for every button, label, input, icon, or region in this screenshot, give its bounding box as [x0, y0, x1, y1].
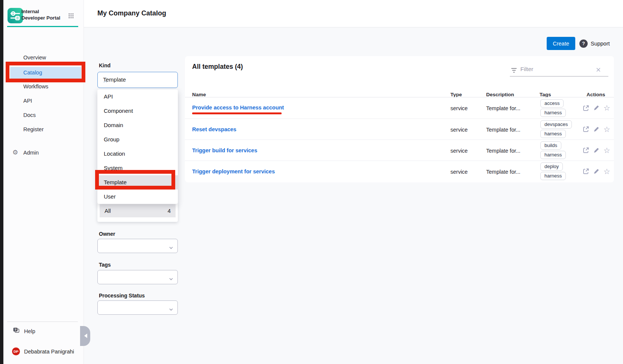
filter-input[interactable]: [520, 65, 587, 73]
row-tags: access harness: [540, 97, 566, 118]
open-in-new-icon[interactable]: [583, 126, 589, 132]
row-type: service: [450, 105, 468, 111]
sidebar-item-api[interactable]: API: [3, 94, 84, 108]
row-type: service: [450, 169, 468, 175]
star-icon[interactable]: ☆: [603, 126, 610, 133]
app-switcher-icon[interactable]: [68, 13, 74, 20]
kind-all-count: 4: [168, 208, 171, 214]
kind-option-system[interactable]: System: [97, 161, 178, 175]
sidebar-item-docs[interactable]: Docs: [3, 108, 84, 122]
sidebar-item-workflows[interactable]: Workflows: [3, 80, 84, 94]
row-actions: ☆: [583, 161, 610, 182]
open-in-new-icon[interactable]: [583, 168, 589, 174]
sidebar-item-overview[interactable]: Overview: [3, 51, 84, 65]
kind-dropdown: API Component Domain Group Location Syst…: [97, 89, 178, 204]
question-circle-icon: ?: [579, 39, 588, 48]
tag-chip: deploy: [540, 162, 563, 171]
support-button[interactable]: ? Support: [579, 39, 610, 48]
sidebar: Internal Developer Portal Search Over: [3, 0, 84, 364]
kind-option-domain[interactable]: Domain: [97, 118, 178, 132]
app-window: Internal Developer Portal Search Over: [0, 0, 623, 364]
filter-funnel-icon: [511, 67, 517, 75]
star-icon[interactable]: ☆: [603, 104, 610, 112]
table-row: Reset devspaces service Template for... …: [185, 118, 614, 140]
portal-logo-icon: [8, 8, 23, 23]
processing-status-label: Processing Status: [99, 293, 145, 299]
sidebar-item-search[interactable]: Search: [3, 35, 84, 45]
tag-chip: harness: [540, 130, 566, 138]
row-actions: ☆: [583, 119, 610, 140]
page-title: My Company Catalog: [97, 9, 166, 17]
page-header: My Company Catalog: [84, 0, 623, 27]
column-tags: Tags: [540, 92, 551, 97]
kind-all-row[interactable]: All 4: [100, 204, 176, 217]
tags-label: Tags: [99, 262, 111, 268]
kind-option-api[interactable]: API: [97, 89, 178, 104]
template-link[interactable]: Reset devspaces: [192, 126, 236, 132]
column-name: Name: [192, 92, 206, 97]
window-edge: [0, 0, 3, 364]
row-description: Template for...: [486, 148, 520, 154]
kind-option-location[interactable]: Location: [97, 147, 178, 161]
template-link[interactable]: Trigger deployment for services: [192, 168, 275, 174]
row-type: service: [450, 127, 468, 133]
templates-heading: All templates (4): [192, 63, 243, 71]
template-link[interactable]: Provide access to Harness account: [192, 105, 284, 111]
clear-filter-icon[interactable]: [596, 67, 601, 74]
tag-chip: access: [540, 99, 564, 108]
create-button[interactable]: Create: [547, 37, 575, 50]
kind-count-card: All 4: [97, 202, 178, 222]
column-type: Type: [450, 92, 462, 97]
star-icon[interactable]: ☆: [603, 168, 610, 175]
chevron-up-icon: [103, 78, 174, 85]
row-tags: devspaces harness: [540, 119, 572, 140]
column-description: Description: [486, 92, 514, 97]
tag-chip: harness: [540, 151, 566, 159]
row-description: Template for...: [486, 105, 520, 111]
sidebar-item-admin[interactable]: ⚙ Admin: [3, 147, 84, 159]
edit-pencil-icon[interactable]: [593, 126, 599, 132]
processing-status-select[interactable]: [97, 300, 178, 315]
kind-option-group[interactable]: Group: [97, 132, 178, 147]
user-name: Debabrata Panigrahi: [24, 349, 74, 355]
edit-pencil-icon[interactable]: [593, 168, 599, 174]
template-link[interactable]: Trigger build for services: [192, 147, 257, 153]
open-in-new-icon[interactable]: [583, 105, 589, 111]
brand-divider: [7, 26, 78, 27]
star-icon[interactable]: ☆: [603, 147, 610, 154]
table-row: Trigger build for services service Templ…: [185, 140, 614, 161]
row-actions: ☆: [583, 140, 610, 161]
tag-chip: harness: [540, 172, 566, 180]
help-chat-icon: ?: [13, 327, 20, 336]
edit-pencil-icon[interactable]: [593, 147, 599, 153]
gear-icon: ⚙: [12, 149, 18, 156]
chevron-left-icon: [84, 334, 87, 338]
user-menu[interactable]: DP Debabrata Panigrahi: [3, 346, 84, 357]
table-filter: [510, 64, 608, 77]
kind-option-template[interactable]: Template: [97, 175, 178, 190]
row-type: service: [450, 148, 468, 154]
sidebar-item-register[interactable]: Register: [3, 123, 84, 136]
row-tags: builds harness: [540, 140, 566, 161]
row-actions: ☆: [583, 97, 610, 118]
svg-text:?: ?: [14, 328, 16, 332]
kind-label: Kind: [99, 62, 111, 68]
avatar: DP: [12, 347, 20, 355]
sidebar-item-catalog[interactable]: Catalog: [10, 67, 81, 79]
row-tags: deploy harness: [540, 161, 566, 182]
column-actions: Actions: [587, 92, 605, 97]
open-in-new-icon[interactable]: [583, 147, 589, 153]
owner-select[interactable]: [97, 239, 178, 253]
kind-option-user[interactable]: User: [97, 190, 178, 204]
sidebar-item-help[interactable]: ? Help: [3, 326, 84, 337]
tags-select[interactable]: [97, 270, 178, 284]
chevron-down-icon: [169, 244, 173, 251]
kind-option-component[interactable]: Component: [97, 104, 178, 118]
table-row: Provide access to Harness account servic…: [185, 97, 614, 118]
chevron-down-icon: [169, 306, 173, 313]
table-row: Trigger deployment for services service …: [185, 161, 614, 182]
edit-pencil-icon[interactable]: [593, 105, 599, 111]
main-area: Create ? Support Kind Template API Compo…: [84, 27, 623, 364]
kind-select[interactable]: Template: [97, 72, 178, 88]
sidebar-collapse-handle[interactable]: [80, 326, 90, 346]
